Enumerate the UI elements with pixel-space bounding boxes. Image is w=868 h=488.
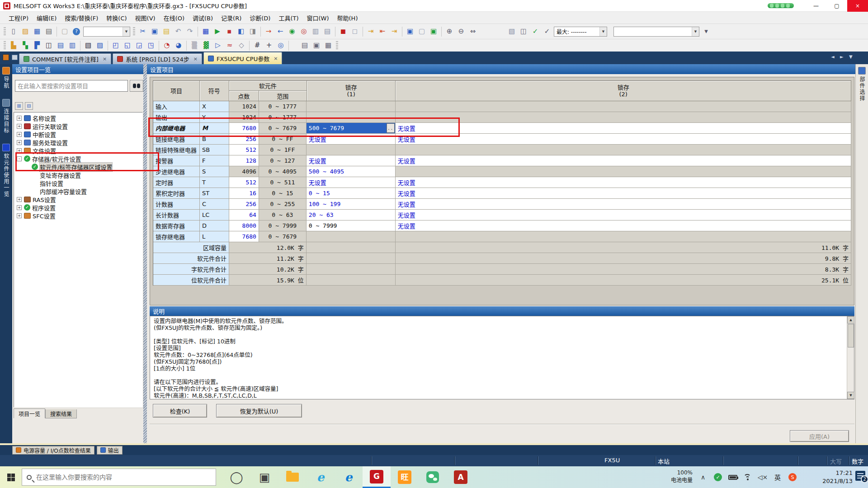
tree-expand-icon[interactable]: + — [17, 116, 22, 121]
latch2-cell[interactable]: 无设置 — [396, 199, 851, 210]
cut-icon[interactable]: ✂ — [137, 26, 148, 37]
tree-expand-icon[interactable]: + — [17, 124, 22, 129]
program-convert-icon[interactable]: ▶ — [212, 26, 223, 37]
print-icon[interactable]: ▤ — [43, 26, 54, 37]
left-panel-tab[interactable]: 搜索结果 — [45, 409, 77, 418]
latch1-cell[interactable]: 0 ~ 7999 — [307, 221, 396, 231]
minimize-button[interactable]: — — [806, 0, 826, 12]
fb-editor-icon[interactable]: ▥ — [67, 40, 78, 51]
menu-item[interactable]: 工程(P) — [5, 12, 33, 24]
menu-item[interactable]: 搜索/替换(F) — [61, 12, 102, 24]
menu-item[interactable]: 记录(R) — [217, 12, 245, 24]
start-button[interactable] — [0, 466, 22, 488]
zoom-combo[interactable]: ▼ — [83, 27, 130, 37]
menu-item[interactable]: 在线(O) — [160, 12, 189, 24]
apply-button[interactable]: 应用(A) — [790, 430, 849, 442]
latch1-cell[interactable]: 100 ~ 199 — [307, 199, 396, 210]
window-tile-icon[interactable]: ▢ — [416, 26, 427, 37]
taskbar-search-input[interactable] — [36, 474, 203, 481]
tree-item[interactable]: +RAS设置 — [14, 195, 142, 203]
taskbar-search[interactable] — [22, 469, 216, 486]
latch2-cell[interactable]: 无设置 — [396, 210, 851, 221]
label-editor-icon[interactable]: ▒ — [189, 40, 200, 51]
scrollbar-thumb[interactable] — [848, 324, 854, 347]
latch2-cell[interactable]: 无设置 — [396, 188, 851, 199]
check-button[interactable]: 检查(K) — [153, 404, 207, 418]
copy-icon[interactable]: ▣ — [149, 26, 160, 37]
program-editor-icon[interactable]: ▤ — [55, 40, 66, 51]
scroll-up-icon[interactable]: ▲ — [847, 316, 854, 324]
write-to-plc-icon[interactable]: → — [263, 26, 274, 37]
restore-default-button[interactable]: 恢复为默认(U) — [216, 404, 302, 418]
menu-item[interactable]: 诊断(D) — [245, 12, 274, 24]
zoom-out-icon[interactable]: ⊖ — [456, 26, 467, 37]
tree-expand-icon[interactable]: + — [17, 140, 22, 145]
tab-scroll-left-icon[interactable]: ◄ — [831, 54, 836, 59]
find-device-combo[interactable]: ▼ — [613, 27, 699, 37]
dock-window-tab[interactable]: 电源容量 / I/O点数检查结果 — [12, 446, 94, 455]
ladder-edit-icon[interactable]: ◧ — [236, 26, 246, 37]
tree-item[interactable]: +运行关联设置 — [14, 122, 142, 130]
tree-item[interactable]: 内部缓冲容量设置 — [14, 187, 142, 195]
tree-item[interactable]: +✓程序设置 — [14, 203, 142, 211]
close-tab-icon[interactable]: × — [274, 56, 278, 61]
tree-expand-icon[interactable]: + — [17, 205, 22, 210]
tree-item[interactable]: +名称设置 — [14, 114, 142, 122]
open-project-icon[interactable]: ▨ — [20, 26, 31, 37]
diagnostics-icon[interactable]: ▤ — [322, 26, 333, 37]
watch-window-2-icon[interactable]: ◕ — [173, 40, 184, 51]
volume-muted-icon[interactable]: ◁× — [757, 471, 769, 483]
element-selection-icon[interactable]: ▣ — [311, 40, 322, 51]
panel-splitter[interactable] — [143, 64, 147, 445]
tree-item[interactable]: +中断设置 — [14, 130, 142, 138]
menu-item[interactable]: 视图(V) — [131, 12, 160, 24]
program-stop-icon[interactable]: ▪ — [224, 26, 235, 37]
device-comment-icon[interactable]: ▦ — [200, 26, 211, 37]
taskbar-clock[interactable]: 17:21 2021/8/13 — [811, 469, 853, 485]
sogou-icon[interactable]: S — [787, 471, 798, 483]
simulation-icon[interactable]: ◎ — [275, 40, 286, 51]
redo-icon[interactable]: ↷ — [184, 26, 195, 37]
comment-display-icon[interactable]: ▧ — [506, 26, 517, 37]
device-display-icon[interactable]: ◼ — [338, 26, 349, 37]
internet-explorer-icon[interactable]: e — [307, 466, 335, 488]
zoom-in-icon[interactable]: ⊕ — [444, 26, 455, 37]
cortana-icon[interactable]: ◯ — [222, 466, 250, 488]
pou-list-icon[interactable]: ▷ — [212, 40, 223, 51]
cross-reference-icon[interactable]: ▨ — [94, 40, 105, 51]
memory-dump-icon[interactable]: ◇ — [236, 40, 247, 51]
tree-item[interactable]: ✓软元件/标签存储器区域设置 — [14, 163, 142, 171]
connect-destination-icon[interactable]: ▚ — [20, 40, 31, 51]
wangwang-icon[interactable]: 旺 — [391, 466, 419, 488]
points-cell[interactable]: 7680 — [229, 123, 259, 134]
tree-item[interactable]: +文件设置 — [14, 146, 142, 155]
tray-chevron-up-icon[interactable]: ∧ — [697, 471, 709, 483]
window-list-icon[interactable] — [3, 54, 9, 61]
history-window-icon[interactable]: ▦ — [323, 40, 334, 51]
latch1-cell[interactable]: 无设置 — [307, 177, 396, 188]
dropdown-arrow-icon[interactable]: ▼ — [599, 27, 607, 36]
points-cell[interactable]: 64 — [229, 210, 259, 221]
help-icon[interactable]: ? — [71, 26, 82, 37]
module-config-icon[interactable]: ◫ — [43, 40, 54, 51]
step-in-icon[interactable]: ⇥ — [365, 26, 376, 37]
latch1-cell[interactable]: 500 ~ 4095 — [307, 166, 396, 177]
statement-display-icon[interactable]: ◫ — [518, 26, 529, 37]
restore-window-icon[interactable] — [12, 55, 18, 60]
undo-icon[interactable]: ↶ — [173, 26, 184, 37]
points-cell[interactable]: 256 — [229, 134, 259, 145]
tree-item[interactable]: +SFC设置 — [14, 211, 142, 220]
save-project-icon[interactable]: ▦ — [32, 26, 42, 37]
battery-icon[interactable] — [727, 471, 739, 483]
file-explorer-icon[interactable] — [278, 466, 307, 488]
max-combo[interactable]: 最大: --------▼ — [554, 27, 607, 37]
latch1-cell[interactable]: 0 ~ 15 — [307, 188, 396, 199]
menu-item[interactable]: 工具(T) — [274, 12, 302, 24]
verify-icon[interactable]: ▥ — [310, 26, 321, 37]
navigation-window-icon[interactable]: ▙ — [8, 40, 19, 51]
tab-menu-icon[interactable]: ▼ — [849, 54, 854, 59]
latch2-cell[interactable]: 无设置 — [396, 221, 851, 231]
wechat-icon[interactable] — [419, 466, 447, 488]
io-assign-icon[interactable]: ▛ — [32, 40, 42, 51]
expand-all-icon[interactable]: ⊞ — [15, 102, 23, 110]
